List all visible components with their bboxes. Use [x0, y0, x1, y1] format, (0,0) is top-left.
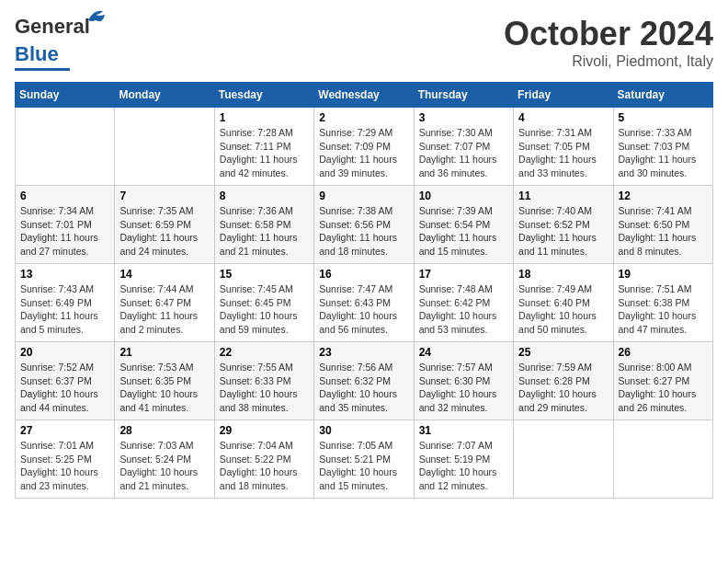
location: Rivoli, Piedmont, Italy — [504, 53, 713, 70]
day-detail: Sunrise: 7:38 AMSunset: 6:56 PMDaylight:… — [319, 205, 397, 257]
day-number: 16 — [319, 268, 408, 281]
day-detail: Sunrise: 7:04 AMSunset: 5:22 PMDaylight:… — [220, 440, 298, 491]
calendar-cell: 10 Sunrise: 7:39 AMSunset: 6:54 PMDaylig… — [414, 186, 513, 264]
day-detail: Sunrise: 7:34 AMSunset: 7:01 PMDaylight:… — [20, 205, 98, 257]
calendar-cell: 31 Sunrise: 7:07 AMSunset: 5:19 PMDaylig… — [414, 420, 513, 499]
calendar-cell: 25 Sunrise: 7:59 AMSunset: 6:28 PMDaylig… — [514, 342, 613, 420]
calendar-week-row: 1 Sunrise: 7:28 AMSunset: 7:11 PMDayligh… — [16, 108, 713, 186]
calendar-cell: 11 Sunrise: 7:40 AMSunset: 6:52 PMDaylig… — [514, 186, 613, 264]
day-number: 4 — [518, 111, 608, 124]
day-detail: Sunrise: 7:39 AMSunset: 6:54 PMDaylight:… — [419, 205, 497, 257]
calendar-cell: 5 Sunrise: 7:33 AMSunset: 7:03 PMDayligh… — [613, 108, 712, 186]
calendar-cell: 26 Sunrise: 8:00 AMSunset: 6:27 PMDaylig… — [613, 342, 712, 420]
day-detail: Sunrise: 7:41 AMSunset: 6:50 PMDaylight:… — [619, 205, 697, 257]
day-detail: Sunrise: 7:59 AMSunset: 6:28 PMDaylight:… — [518, 362, 597, 413]
day-number: 24 — [419, 346, 508, 359]
calendar-cell: 7 Sunrise: 7:35 AMSunset: 6:59 PMDayligh… — [115, 186, 214, 264]
calendar-header-row: SundayMondayTuesdayWednesdayThursdayFrid… — [16, 83, 713, 108]
day-number: 10 — [419, 190, 508, 202]
calendar-cell: 27 Sunrise: 7:01 AMSunset: 5:25 PMDaylig… — [16, 420, 115, 499]
day-number: 30 — [319, 424, 408, 437]
weekday-header: Wednesday — [314, 83, 414, 108]
day-detail: Sunrise: 7:57 AMSunset: 6:30 PMDaylight:… — [419, 362, 497, 413]
day-detail: Sunrise: 7:01 AMSunset: 5:25 PMDaylight:… — [20, 440, 98, 491]
day-number: 6 — [20, 190, 109, 202]
calendar-cell: 19 Sunrise: 7:51 AMSunset: 6:38 PMDaylig… — [613, 264, 712, 342]
day-number: 2 — [319, 111, 408, 124]
day-number: 7 — [119, 190, 209, 202]
day-number: 20 — [20, 346, 109, 359]
calendar-cell — [16, 108, 115, 186]
calendar-cell: 18 Sunrise: 7:49 AMSunset: 6:40 PMDaylig… — [514, 264, 613, 342]
day-number: 15 — [220, 268, 309, 281]
weekday-header: Tuesday — [214, 83, 313, 108]
logo-blue: Blue — [15, 42, 59, 65]
day-detail: Sunrise: 7:03 AMSunset: 5:24 PMDaylight:… — [119, 440, 198, 491]
calendar-cell: 6 Sunrise: 7:34 AMSunset: 7:01 PMDayligh… — [16, 186, 115, 264]
calendar-cell: 23 Sunrise: 7:56 AMSunset: 6:32 PMDaylig… — [314, 342, 414, 420]
calendar-cell: 9 Sunrise: 7:38 AMSunset: 6:56 PMDayligh… — [314, 186, 414, 264]
day-detail: Sunrise: 7:31 AMSunset: 7:05 PMDaylight:… — [518, 127, 597, 178]
day-detail: Sunrise: 7:05 AMSunset: 5:21 PMDaylight:… — [319, 440, 397, 491]
calendar-cell: 30 Sunrise: 7:05 AMSunset: 5:21 PMDaylig… — [314, 420, 414, 499]
day-detail: Sunrise: 7:30 AMSunset: 7:07 PMDaylight:… — [419, 127, 497, 178]
weekday-header: Thursday — [414, 83, 513, 108]
calendar-cell: 12 Sunrise: 7:41 AMSunset: 6:50 PMDaylig… — [613, 186, 712, 264]
calendar-cell: 28 Sunrise: 7:03 AMSunset: 5:24 PMDaylig… — [115, 420, 214, 499]
logo: General Blue — [15, 15, 90, 71]
calendar-week-row: 20 Sunrise: 7:52 AMSunset: 6:37 PMDaylig… — [16, 342, 713, 420]
calendar-week-row: 13 Sunrise: 7:43 AMSunset: 6:49 PMDaylig… — [16, 264, 713, 342]
day-detail: Sunrise: 7:53 AMSunset: 6:35 PMDaylight:… — [119, 362, 198, 413]
calendar-cell: 4 Sunrise: 7:31 AMSunset: 7:05 PMDayligh… — [514, 108, 613, 186]
day-number: 23 — [319, 346, 408, 359]
day-number: 28 — [119, 424, 209, 437]
day-number: 12 — [619, 190, 708, 202]
day-detail: Sunrise: 7:43 AMSunset: 6:49 PMDaylight:… — [20, 283, 98, 335]
page-header: General Blue October 2024 Rivoli, Piedmo… — [15, 15, 713, 71]
day-number: 13 — [20, 268, 109, 281]
calendar-cell: 22 Sunrise: 7:55 AMSunset: 6:33 PMDaylig… — [214, 342, 313, 420]
day-detail: Sunrise: 7:07 AMSunset: 5:19 PMDaylight:… — [419, 440, 497, 491]
calendar-cell: 3 Sunrise: 7:30 AMSunset: 7:07 PMDayligh… — [414, 108, 513, 186]
calendar-week-row: 6 Sunrise: 7:34 AMSunset: 7:01 PMDayligh… — [16, 186, 713, 264]
day-number: 1 — [220, 111, 309, 124]
weekday-header: Friday — [514, 83, 613, 108]
month-title: October 2024 — [504, 15, 713, 53]
day-detail: Sunrise: 7:48 AMSunset: 6:42 PMDaylight:… — [419, 283, 497, 335]
weekday-header: Saturday — [613, 83, 712, 108]
weekday-header: Sunday — [16, 83, 115, 108]
day-detail: Sunrise: 7:55 AMSunset: 6:33 PMDaylight:… — [220, 362, 298, 413]
calendar-cell: 24 Sunrise: 7:57 AMSunset: 6:30 PMDaylig… — [414, 342, 513, 420]
day-number: 29 — [220, 424, 309, 437]
day-number: 27 — [20, 424, 109, 437]
day-number: 8 — [220, 190, 309, 202]
calendar-week-row: 27 Sunrise: 7:01 AMSunset: 5:25 PMDaylig… — [16, 420, 713, 499]
day-detail: Sunrise: 7:51 AMSunset: 6:38 PMDaylight:… — [619, 283, 697, 335]
weekday-header: Monday — [115, 83, 214, 108]
day-detail: Sunrise: 7:47 AMSunset: 6:43 PMDaylight:… — [319, 283, 397, 335]
logo-divider — [15, 68, 70, 71]
calendar-table: SundayMondayTuesdayWednesdayThursdayFrid… — [15, 82, 713, 499]
calendar-cell: 29 Sunrise: 7:04 AMSunset: 5:22 PMDaylig… — [214, 420, 313, 499]
calendar-cell: 1 Sunrise: 7:28 AMSunset: 7:11 PMDayligh… — [214, 108, 313, 186]
calendar-cell: 21 Sunrise: 7:53 AMSunset: 6:35 PMDaylig… — [115, 342, 214, 420]
day-detail: Sunrise: 7:33 AMSunset: 7:03 PMDaylight:… — [619, 127, 697, 178]
day-detail: Sunrise: 7:35 AMSunset: 6:59 PMDaylight:… — [119, 205, 198, 257]
day-number: 11 — [518, 190, 608, 202]
day-number: 3 — [419, 111, 508, 124]
day-number: 31 — [419, 424, 508, 437]
logo-general: General — [15, 15, 90, 38]
day-number: 5 — [619, 111, 708, 124]
title-block: October 2024 Rivoli, Piedmont, Italy — [504, 15, 713, 70]
calendar-cell — [115, 108, 214, 186]
day-detail: Sunrise: 7:52 AMSunset: 6:37 PMDaylight:… — [20, 362, 98, 413]
logo-bird-icon — [86, 7, 107, 26]
calendar-cell: 17 Sunrise: 7:48 AMSunset: 6:42 PMDaylig… — [414, 264, 513, 342]
day-detail: Sunrise: 7:56 AMSunset: 6:32 PMDaylight:… — [319, 362, 397, 413]
day-detail: Sunrise: 7:28 AMSunset: 7:11 PMDaylight:… — [220, 127, 298, 178]
day-detail: Sunrise: 7:29 AMSunset: 7:09 PMDaylight:… — [319, 127, 397, 178]
day-number: 26 — [619, 346, 708, 359]
day-number: 14 — [119, 268, 209, 281]
calendar-cell: 14 Sunrise: 7:44 AMSunset: 6:47 PMDaylig… — [115, 264, 214, 342]
calendar-cell: 16 Sunrise: 7:47 AMSunset: 6:43 PMDaylig… — [314, 264, 414, 342]
